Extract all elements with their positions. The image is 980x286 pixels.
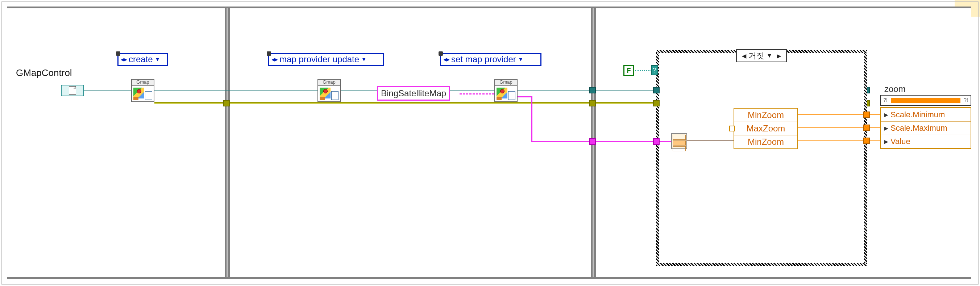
panel-outline xyxy=(2,2,978,284)
